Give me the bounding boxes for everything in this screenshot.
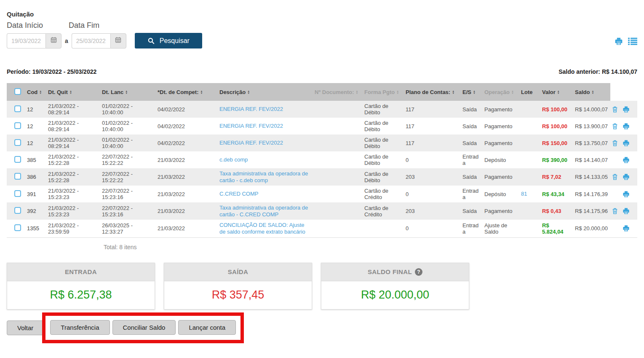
conciliar-saldo-button[interactable]: Conciliar Saldo — [112, 320, 176, 335]
cell-es: Entrada — [461, 186, 483, 202]
help-icon[interactable]: ? — [415, 268, 422, 276]
description-link[interactable]: Taxa administrativa da operadora de cart… — [219, 205, 311, 218]
cell-es: Saída — [461, 101, 483, 118]
print-icon[interactable] — [623, 173, 630, 180]
print-icon[interactable] — [623, 106, 630, 113]
list-icon[interactable] — [628, 37, 637, 46]
valor-amount: R$ 0,43 — [542, 208, 561, 214]
cell-es: Saída — [461, 135, 483, 151]
cell-dt-quit: 21/03/2022 - 15:22:28 — [46, 168, 100, 186]
summary-box-header: SAÍDA — [164, 263, 312, 281]
column-header-valor[interactable]: Valor▲▼ — [540, 83, 573, 101]
description-link[interactable]: c.deb comp — [219, 156, 248, 163]
column-header-label: Forma Pgto — [364, 89, 395, 95]
row-checkbox[interactable] — [14, 173, 21, 180]
row-checkbox[interactable] — [14, 207, 21, 214]
cell-lote — [519, 220, 540, 237]
description-link[interactable]: ENERGIA REF. FEV/2022 — [219, 140, 283, 146]
cell-select — [7, 220, 25, 237]
row-checkbox[interactable] — [14, 190, 21, 197]
cell-cod: 385 — [25, 151, 46, 168]
description-link[interactable]: ENERGIA REF. FEV/2022 — [219, 123, 283, 129]
print-icon[interactable] — [623, 156, 630, 164]
cell-forma-pgto: Cartão de Débito — [363, 151, 404, 168]
cell-forma-pgto: Cartão de Débito — [363, 118, 404, 135]
row-checkbox[interactable] — [14, 224, 21, 231]
lote-link[interactable]: 81 — [521, 191, 527, 197]
column-header-label: Dt. Lanc — [102, 89, 123, 95]
cell-forma-pgto: Cartão de Débito — [363, 168, 404, 186]
print-icon[interactable] — [623, 207, 630, 215]
delete-icon[interactable] — [612, 173, 618, 180]
cell-num-documento — [313, 118, 363, 135]
cell-icons — [610, 135, 637, 151]
cell-lote — [519, 118, 540, 135]
cell-forma-pgto: Cartão de Débito — [363, 101, 404, 118]
cell-dt-quit: 21/03/2022 - 08:29:14 — [46, 101, 100, 118]
column-header-saldo[interactable]: Saldo▲▼ — [573, 83, 610, 101]
column-header-num-documento[interactable]: Nº Documento:▲▼ — [313, 83, 363, 101]
cell-lote: 81 — [519, 186, 540, 202]
cell-num-documento — [313, 202, 363, 220]
cell-plano-de-contas: 0 — [404, 220, 461, 237]
select-all-checkbox[interactable] — [14, 88, 21, 95]
column-header-plano-de-contas[interactable]: Plano de Contas:▲▼ — [404, 83, 461, 101]
end-date-input[interactable] — [72, 33, 110, 48]
cell-cod: 391 — [25, 186, 46, 202]
sort-icon: ▲▼ — [125, 90, 128, 94]
lancar-conta-button[interactable]: Lançar conta — [178, 320, 236, 335]
print-icon[interactable] — [623, 225, 630, 232]
cell-operacao: Pagamento — [483, 135, 519, 151]
summary-box-value: R$ 357,45 — [164, 281, 312, 309]
transactions-table: Cod▲▼Dt. Quit▲▼Dt. Lanc▲▼*Dt. de Compet:… — [7, 83, 637, 238]
description-link[interactable]: C.CRED COMP — [219, 191, 258, 197]
print-icon[interactable] — [623, 140, 630, 147]
end-calendar-button[interactable] — [110, 33, 126, 48]
row-checkbox[interactable] — [14, 156, 21, 163]
cell-dt-quit: 21/03/2022 - 08:29:14 — [46, 135, 100, 151]
start-date-input[interactable] — [7, 33, 45, 48]
cell-select — [7, 186, 25, 202]
column-header-forma-pgto[interactable]: Forma Pgto▲▼ — [363, 83, 404, 101]
cell-lote — [519, 202, 540, 220]
start-calendar-button[interactable] — [45, 33, 61, 48]
search-button-label: Pesquisar — [160, 37, 190, 45]
row-checkbox[interactable] — [14, 122, 21, 129]
print-icon[interactable] — [623, 123, 630, 130]
description-link[interactable]: ENERGIA REF. FEV/2022 — [219, 106, 283, 113]
column-header-dt-quit[interactable]: Dt. Quit▲▼ — [46, 83, 100, 101]
delete-icon[interactable] — [612, 106, 618, 113]
select-all-header — [7, 83, 25, 101]
print-icon[interactable] — [623, 191, 630, 198]
cell-valor: R$ 100,00 — [540, 118, 573, 135]
row-checkbox[interactable] — [14, 105, 21, 112]
cell-operacao: Pagamento — [483, 202, 519, 220]
column-header-es[interactable]: E/S▲▼ — [461, 83, 483, 101]
delete-icon[interactable] — [612, 207, 618, 215]
sort-icon: ▲▼ — [452, 90, 454, 94]
row-checkbox[interactable] — [14, 139, 21, 146]
description-link[interactable]: CONCILIAÇÃO DE SALDO: Ajuste de saldo co… — [219, 222, 311, 235]
column-header-label: Lote — [521, 89, 532, 95]
cell-descricao: C.CRED COMP — [218, 186, 313, 202]
delete-icon[interactable] — [612, 123, 618, 130]
description-link[interactable]: Taxa administrativa da operadora de cart… — [219, 170, 311, 183]
cell-dt-quit: 21/03/2022 - 08:29:14 — [46, 118, 100, 135]
voltar-button[interactable]: Voltar — [7, 320, 44, 335]
search-button[interactable]: Pesquisar — [135, 33, 202, 48]
cell-saldo: R$ 14.176,39 — [573, 186, 610, 202]
column-header-cod[interactable]: Cod▲▼ — [25, 83, 46, 101]
cell-icons — [610, 168, 637, 186]
column-header-dt-lanc[interactable]: Dt. Lanc▲▼ — [100, 83, 156, 101]
delete-icon[interactable] — [612, 140, 618, 147]
column-header-descricao[interactable]: Descrição▲▼ — [218, 83, 313, 101]
column-header-dt-compet[interactable]: *Dt. de Compet:▲▼ — [156, 83, 218, 101]
cell-cod: 12 — [25, 118, 46, 135]
column-header-operacao[interactable]: Operação▲▼ — [483, 83, 519, 101]
row-actions — [612, 140, 636, 147]
print-icon[interactable] — [615, 37, 624, 46]
column-header-label: Dt. Quit — [48, 89, 68, 95]
transferencia-button[interactable]: Transferência — [50, 320, 110, 335]
period-text: Período: 19/03/2022 - 25/03/2022 — [7, 68, 96, 75]
period-row: Período: 19/03/2022 - 25/03/2022 Saldo a… — [7, 68, 637, 75]
